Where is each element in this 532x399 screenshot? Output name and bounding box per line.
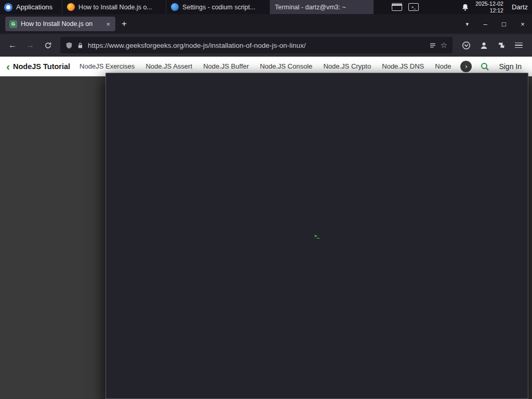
lock-icon[interactable] — [77, 42, 84, 49]
site-nav-links: NodeJS ExercisesNode.JS AssertNode.JS Bu… — [78, 62, 452, 70]
desktop: Applications How to Install Node.js o...… — [0, 0, 532, 399]
clock-date: 2025-12-02 — [475, 1, 503, 7]
browser-tab[interactable]: G How to Install Node.js on × — [5, 17, 115, 31]
taskbar-item[interactable]: Settings - codium script... — [166, 0, 270, 14]
reader-view-icon[interactable] — [429, 42, 436, 49]
taskbar-item-label: Settings - codium script... — [182, 4, 255, 11]
browser-close-button[interactable]: × — [513, 20, 532, 28]
taskbar-item[interactable]: How to Install Node.js o... — [62, 0, 166, 14]
applications-label: Applications — [16, 3, 52, 11]
browser-tab-bar: G How to Install Node.js on × + ▾ – □ × — [0, 14, 532, 34]
site-nav-link[interactable]: Node.JS Buffer — [202, 62, 250, 70]
browser-toolbar: ← → https://www.geeksforgeeks.org/node-j… — [0, 34, 532, 57]
site-nav-link[interactable]: Node.JS Crypto — [322, 62, 372, 70]
site-nav-link[interactable]: Node.JS DNS — [381, 62, 425, 70]
site-nav-link[interactable]: Node.JS Assert — [144, 62, 193, 70]
list-tabs-chevron-icon[interactable]: ▾ — [458, 21, 476, 28]
applications-menu-button[interactable]: Applications — [0, 0, 59, 14]
menu-icon[interactable] — [515, 43, 523, 48]
tray-terminal-icon[interactable]: >_ — [408, 3, 419, 11]
user-menu[interactable]: Dartz — [510, 3, 528, 11]
back-button[interactable]: ← — [4, 37, 21, 54]
taskbar-item-label: How to Install Node.js o... — [78, 4, 152, 11]
system-tray: >_ 2025-12-02 12:12 Dartz — [392, 1, 532, 14]
site-favicon: G — [9, 20, 17, 28]
site-nav-link[interactable]: Node — [434, 62, 452, 70]
new-tab-button[interactable]: + — [115, 19, 133, 29]
codium-icon — [171, 3, 179, 11]
bookmark-star-icon[interactable]: ☆ — [441, 41, 447, 50]
tabbar-controls: ▾ – □ × — [458, 20, 532, 28]
url-bar[interactable]: https://www.geeksforgeeks.org/node-js/in… — [60, 37, 453, 54]
browser-maximize-button[interactable]: □ — [495, 20, 513, 28]
url-text: https://www.geeksforgeeks.org/node-js/in… — [88, 42, 425, 49]
toolbar-right-icons — [457, 41, 528, 50]
forward-button[interactable]: → — [22, 37, 38, 54]
site-nav-link[interactable]: Node.JS Console — [259, 62, 313, 70]
applications-icon — [4, 3, 12, 11]
search-icon[interactable] — [480, 62, 489, 71]
clock[interactable]: 2025-12-02 12:12 — [475, 1, 503, 14]
tray-window-icon[interactable] — [392, 3, 402, 11]
tutorial-title[interactable]: NodeJS Tutorial — [13, 62, 70, 71]
clock-time: 12:12 — [475, 7, 503, 14]
nav-back-chevron-icon[interactable]: ‹ — [6, 61, 13, 72]
taskbar: How to Install Node.js o...Settings - co… — [62, 0, 374, 14]
taskbar-item[interactable]: >_Terminal - dartz@vm3: ~ — [270, 0, 374, 14]
tracking-shield-icon[interactable] — [65, 42, 73, 49]
tab-title: How to Install Node.js on — [21, 20, 101, 28]
pocket-icon[interactable] — [462, 41, 471, 50]
tab-close-icon[interactable]: × — [105, 20, 111, 28]
firefox-icon — [67, 3, 75, 11]
account-icon[interactable] — [480, 41, 488, 50]
extensions-icon[interactable] — [497, 41, 506, 50]
sign-in-button[interactable]: Sign In — [498, 62, 526, 71]
taskbar-item-label: Terminal - dartz@vm3: ~ — [275, 4, 346, 11]
nav-next-chevron-icon[interactable]: › — [460, 61, 472, 72]
notification-bell-icon[interactable] — [461, 3, 469, 11]
site-nav-link[interactable]: NodeJS Exercises — [78, 62, 136, 70]
top-panel: Applications How to Install Node.js o...… — [0, 0, 532, 14]
browser-minimize-button[interactable]: – — [476, 20, 495, 28]
reload-button[interactable] — [39, 37, 56, 54]
